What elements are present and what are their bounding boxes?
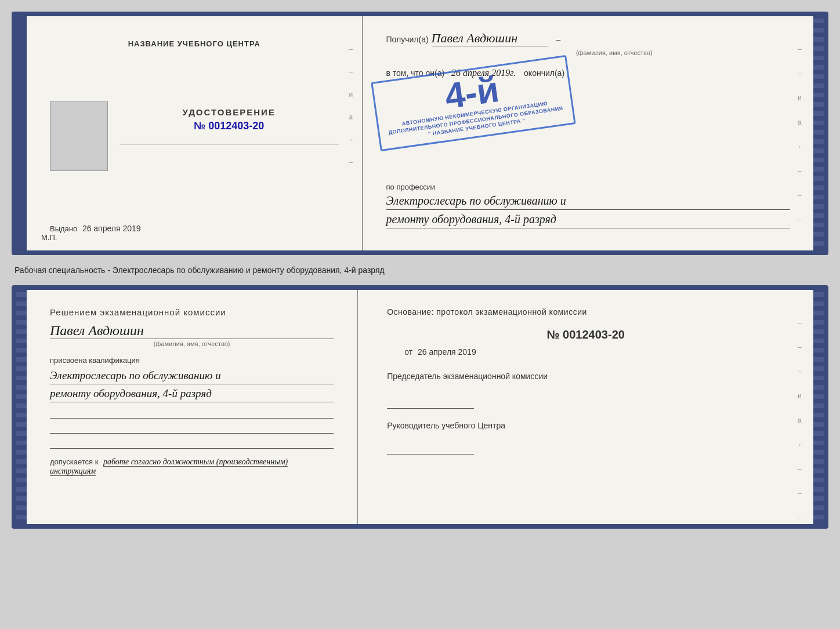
training-center-title: НАЗВАНИЕ УЧЕБНОГО ЦЕНТРА [128, 39, 260, 48]
protocol-date: от 26 апреля 2019 [404, 347, 784, 357]
bottom-person-name: Павел Авдюшин [50, 323, 334, 339]
issued-label: Выдано [50, 224, 77, 233]
top-document: НАЗВАНИЕ УЧЕБНОГО ЦЕНТРА УДОСТОВЕРЕНИЕ №… [12, 12, 828, 255]
date-prefix: от [404, 347, 412, 357]
profession-line2: ремонту оборудования, 4-й разряд [386, 213, 791, 228]
protocol-date-value: 26 апреля 2019 [418, 347, 476, 357]
bottom-right-decorations: – – – и а ← – – – [798, 319, 805, 522]
certificate-right-panel: Получил(а) Павел Авдюшин – (фамилия, имя… [363, 16, 814, 250]
r-dash-1: – [798, 45, 805, 53]
mp-label: М.П. [41, 233, 57, 242]
dash-6: – [349, 158, 356, 166]
profession-line1: Электрослесарь по обслуживанию и [386, 194, 791, 210]
received-line: Получил(а) Павел Авдюшин – [386, 31, 791, 46]
r-dash-5: ← [798, 143, 805, 151]
bottom-right-panel: Основание: протокол экзаменационной коми… [358, 290, 813, 524]
r-dash-4: а [798, 118, 805, 126]
profession-section: по профессии Электрослесарь по обслужива… [386, 183, 791, 228]
left-spine [16, 16, 27, 250]
dash-4: а [349, 113, 356, 121]
bottom-left-spine [16, 290, 27, 524]
allowed-section: допускается к работе согласно должностны… [50, 457, 334, 476]
br-dash-2: – [798, 343, 805, 351]
qualification-line2: ремонту оборудования, 4-й разряд [50, 387, 334, 402]
photo-placeholder [50, 101, 108, 171]
right-side-decorations: – – и а ← – – – [798, 45, 805, 224]
dash-1: – [349, 45, 356, 53]
bottom-name-hint: (фамилия, имя, отчество) [50, 340, 334, 347]
left-side-decorations: – – и а ← – [349, 45, 356, 166]
basis-title: Основание: протокол экзаменационной коми… [387, 307, 784, 317]
chairman-label: Председатель экзаменационной комиссии [387, 371, 784, 383]
page-wrapper: НАЗВАНИЕ УЧЕБНОГО ЦЕНТРА УДОСТОВЕРЕНИЕ №… [12, 12, 828, 529]
r-dash-8: – [798, 216, 805, 224]
certificate-number: № 0012403-20 [120, 120, 339, 132]
issued-date: 26 апреля 2019 [82, 224, 141, 233]
certificate-label: УДОСТОВЕРЕНИЕ [120, 107, 339, 117]
dash-5: ← [349, 136, 356, 144]
bottom-right-spine [813, 290, 824, 524]
r-dash-7: – [798, 191, 805, 199]
issued-line: Выдано 26 апреля 2019 [50, 224, 339, 233]
received-label: Получил(а) [386, 35, 429, 44]
bottom-left-panel: Решением экзаменационной комиссии Павел … [27, 290, 358, 524]
director-signature-line [387, 443, 474, 455]
br-dash-5: а [798, 416, 805, 424]
assigned-label: присвоена квалификация [50, 356, 334, 365]
br-dash-7: – [798, 465, 805, 473]
blank-line-1 [50, 408, 334, 419]
qualification-line1: Электрослесарь по обслуживанию и [50, 369, 334, 384]
chairman-signature-line [387, 397, 474, 409]
protocol-number: № 0012403-20 [387, 328, 784, 341]
br-dash-1: – [798, 319, 805, 327]
blank-line-2 [50, 423, 334, 434]
r-dash-2: – [798, 70, 805, 78]
br-dash-3: – [798, 368, 805, 376]
dash-3: и [349, 90, 356, 99]
right-spine [813, 16, 824, 250]
name-hint-top: (фамилия, имя, отчество) [439, 49, 791, 56]
bottom-document: Решением экзаменационной комиссии Павел … [12, 285, 828, 529]
commission-title: Решением экзаменационной комиссии [50, 307, 334, 317]
br-dash-6: ← [798, 441, 805, 449]
blank-lines [50, 408, 334, 449]
profession-label: по профессии [386, 183, 791, 191]
br-dash-4: и [798, 392, 805, 400]
dash-2: – [349, 68, 356, 76]
person-name: Павел Авдюшин [432, 31, 548, 46]
r-dash-6: – [798, 167, 805, 175]
br-dash-9: – [798, 514, 805, 522]
middle-text: Рабочая специальность - Электрослесарь п… [12, 261, 828, 279]
br-dash-8: – [798, 489, 805, 497]
certificate-left-panel: НАЗВАНИЕ УЧЕБНОГО ЦЕНТРА УДОСТОВЕРЕНИЕ №… [27, 16, 363, 250]
r-dash-3: и [798, 94, 805, 102]
blank-line-3 [50, 438, 334, 449]
allowed-label: допускается к [50, 457, 98, 466]
director-label: Руководитель учебного Центра [387, 420, 784, 432]
